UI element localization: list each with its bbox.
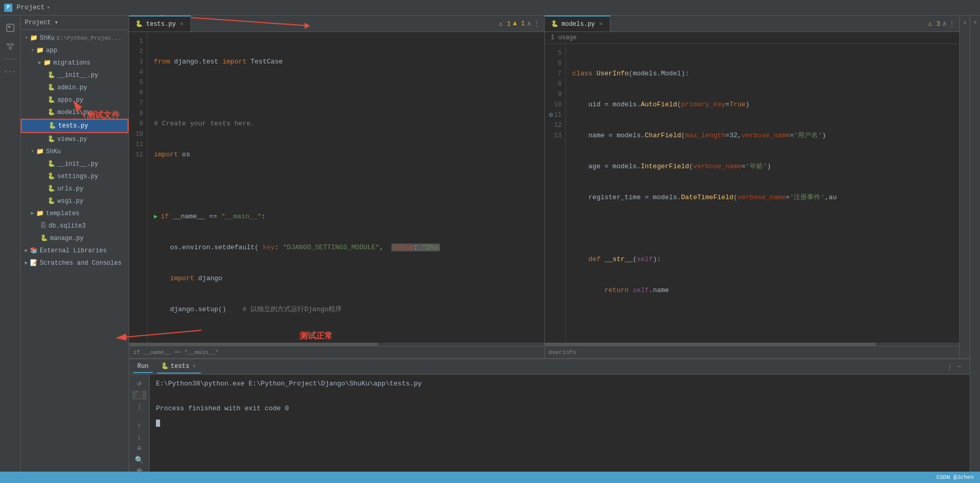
notifications-icon[interactable]: ● bbox=[972, 20, 978, 25]
right-code-line-8: age = models.IntegerField(verbose_name='… bbox=[572, 162, 959, 172]
bottom-up-icon[interactable]: ↑ bbox=[132, 422, 147, 430]
code-line-10 bbox=[154, 335, 544, 343]
bottom-tab-tests-label: tests bbox=[171, 363, 189, 370]
editor-panel-left: 🐍 tests.py × ⚠ 1 ▲ 1 ∧ ⋮ bbox=[129, 15, 545, 358]
svg-line-11 bbox=[8, 45, 10, 47]
terminal-area[interactable]: E:\Python38\python.exe E:\Python_Project… bbox=[150, 375, 970, 472]
right-scroll-top[interactable]: ▲ bbox=[963, 20, 966, 25]
bottom-minimize-icon[interactable]: — bbox=[957, 363, 961, 371]
right-line-numbers: 5 6 7 8 9 10 ⊙11 12 13 bbox=[545, 44, 566, 343]
warning-badge-left: ⚠ 1 bbox=[499, 20, 511, 28]
bottom-rerun-icon[interactable]: ↺ bbox=[132, 379, 147, 388]
tab-tests-py[interactable]: 🐍 tests.py × bbox=[129, 15, 191, 31]
bottom-wrap-icon[interactable]: ≡ bbox=[132, 444, 147, 453]
bottom-down-icon[interactable]: ↓ bbox=[132, 433, 147, 441]
bottom-stop-icon[interactable]: ⬛ bbox=[132, 391, 147, 399]
badge-more-left[interactable]: ⋮ bbox=[533, 20, 540, 28]
editor-area: 🐍 tests.py × ⚠ 1 ▲ 1 ∧ ⋮ bbox=[129, 15, 970, 472]
tab-tests-py-close[interactable]: × bbox=[179, 20, 185, 28]
run-button-icon[interactable]: ▶ bbox=[154, 212, 157, 222]
tree-root-path: E:\Python_Projec... bbox=[57, 33, 121, 43]
bottom-panel: Run 🐍 tests × ⋮ — ↺ bbox=[129, 358, 970, 472]
tree-file-manage[interactable]: 🐍 manage.py bbox=[21, 232, 129, 245]
tree-file-wsgi[interactable]: 🐍 wsgi.py bbox=[21, 195, 129, 207]
tree-migrations-label: migrations bbox=[53, 58, 90, 68]
usage-hint-text: 1 usage bbox=[551, 34, 577, 41]
tree-file-models[interactable]: 🐍 models.py bbox=[21, 106, 129, 119]
tree-file-wsgi-label: wsgi.py bbox=[57, 196, 83, 206]
tree-file-sqlite-label: db.sqlite3 bbox=[49, 221, 86, 231]
tree-scratches-label: Scratches and Consoles bbox=[40, 258, 121, 268]
code-line-7: os.environ.setdefault( key: "DJANGO_SETT… bbox=[154, 243, 544, 253]
bottom-trash-icon[interactable]: 🗑 bbox=[132, 468, 147, 472]
project-header: Project ▾ bbox=[21, 15, 129, 30]
left-icon-bar: ··· bbox=[0, 15, 21, 472]
editor-panel-right: 🐍 models.py × ⚠ 3 ∧ ⋮ 1 usage bbox=[545, 15, 960, 358]
project-label: Project ▾ bbox=[25, 19, 58, 26]
tree-external-libraries[interactable]: ▶ 📚 External Libraries bbox=[21, 245, 129, 257]
tree-file-shku-init[interactable]: 🐍 __init__.py bbox=[21, 158, 129, 170]
error-badge-left: ▲ 1 bbox=[513, 20, 525, 27]
tree-folder-app[interactable]: ▾ 📁 app bbox=[21, 44, 129, 57]
tree-file-urls[interactable]: 🐍 urls.py bbox=[21, 183, 129, 195]
code-line-8: import django bbox=[154, 273, 544, 284]
code-line-5 bbox=[154, 181, 544, 191]
left-tab-actions: ⚠ 1 ▲ 1 ∧ ⋮ bbox=[495, 15, 544, 31]
right-tab-bar: 🐍 models.py × ⚠ 3 ∧ ⋮ bbox=[545, 15, 960, 32]
tree-root-shku[interactable]: ▾ 📁 ShKu E:\Python_Projec... bbox=[21, 32, 129, 44]
right-status-text: UserInfo bbox=[549, 349, 576, 356]
structure-icon[interactable] bbox=[2, 38, 19, 55]
bottom-settings-icon[interactable]: ⋮ bbox=[946, 363, 953, 371]
bottom-tab-run[interactable]: Run bbox=[133, 361, 153, 373]
left-line-numbers: 1 2 3 4 5 6 7 8 9 10 11 12 bbox=[129, 32, 148, 343]
usage-hint: 1 usage bbox=[545, 32, 960, 44]
tree-folder-shku-sub[interactable]: ▾ 📁 ShKu bbox=[21, 146, 129, 158]
title-text: Project bbox=[17, 4, 45, 11]
status-bar-right: CSDN @Jchen bbox=[936, 474, 974, 480]
title-chevron[interactable]: ▾ bbox=[47, 4, 51, 11]
tree-file-tests-label: tests.py bbox=[58, 121, 88, 131]
right-editor-content[interactable]: 5 6 7 8 9 10 ⊙11 12 13 class Us bbox=[545, 44, 960, 343]
bottom-tab-bar: Run 🐍 tests × ⋮ — bbox=[129, 359, 970, 375]
left-tab-bar: 🐍 tests.py × ⚠ 1 ▲ 1 ∧ ⋮ bbox=[129, 15, 544, 32]
tree-file-app-init[interactable]: 🐍 __init__.py bbox=[21, 69, 129, 82]
title-bar: P Project ▾ bbox=[0, 0, 980, 15]
tree-file-apps[interactable]: 🐍 apps.py bbox=[21, 94, 129, 106]
left-code-area[interactable]: from django.test import TestCase # Creat… bbox=[148, 32, 544, 343]
more-icon[interactable]: ··· bbox=[2, 63, 19, 80]
left-editor-content[interactable]: 1 2 3 4 5 6 7 8 9 10 11 12 bbox=[129, 32, 544, 343]
project-icon[interactable] bbox=[2, 20, 19, 36]
code-line-6: ▶ if __name__ == "__main__": bbox=[154, 212, 544, 222]
code-line-1: from django.test import TestCase bbox=[154, 57, 544, 67]
tree-root-label: ShKu bbox=[40, 33, 55, 43]
terminal-cursor-line bbox=[156, 418, 963, 428]
tree-folder-templates[interactable]: ▶ 📁 templates bbox=[21, 207, 129, 220]
tab-models-py-close[interactable]: × bbox=[598, 20, 604, 28]
right-code-line-6: uid = models.AutoField(primary_key=True) bbox=[572, 100, 959, 110]
tree-file-views[interactable]: 🐍 views.py bbox=[21, 133, 129, 146]
tree-folder-shku-sub-label: ShKu bbox=[46, 147, 61, 157]
tree-file-tests[interactable]: 🐍 tests.py bbox=[21, 119, 129, 133]
terminal-command: E:\Python38\python.exe E:\Python_Project… bbox=[156, 379, 963, 389]
tests-py-tab-icon: 🐍 bbox=[135, 20, 143, 28]
right-status-bar: UserInfo bbox=[545, 346, 960, 358]
tree-scratches[interactable]: ▶ 📝 Scratches and Consoles bbox=[21, 257, 129, 269]
tree-file-settings[interactable]: 🐍 settings.py bbox=[21, 170, 129, 183]
tree-file-admin[interactable]: 🐍 admin.py bbox=[21, 82, 129, 94]
badge-more-right[interactable]: ⋮ bbox=[949, 20, 955, 28]
bottom-tab-tests-close[interactable]: × bbox=[192, 362, 197, 371]
tree-file-admin-label: admin.py bbox=[57, 83, 87, 93]
bottom-tab-run-label: Run bbox=[137, 363, 149, 370]
svg-line-12 bbox=[10, 45, 12, 47]
tree-folder-migrations[interactable]: ▶ 📁 migrations bbox=[21, 57, 129, 69]
tab-models-py[interactable]: 🐍 models.py × bbox=[545, 15, 610, 31]
bottom-filter-icon[interactable]: 🔍 bbox=[132, 456, 147, 464]
tree-file-sqlite[interactable]: 🗄 db.sqlite3 bbox=[21, 220, 129, 232]
bottom-panel-right-actions: ⋮ — bbox=[946, 363, 966, 371]
right-code-area[interactable]: class UserInfo(models.Model): uid = mode… bbox=[566, 44, 959, 343]
tree-file-settings-label: settings.py bbox=[57, 171, 98, 182]
tests-tab-icon: 🐍 bbox=[161, 362, 169, 370]
badge-up-right: ∧ bbox=[942, 20, 946, 28]
bottom-more-icon[interactable]: ⋮ bbox=[132, 403, 147, 411]
bottom-tab-tests[interactable]: 🐍 tests × bbox=[157, 360, 201, 374]
